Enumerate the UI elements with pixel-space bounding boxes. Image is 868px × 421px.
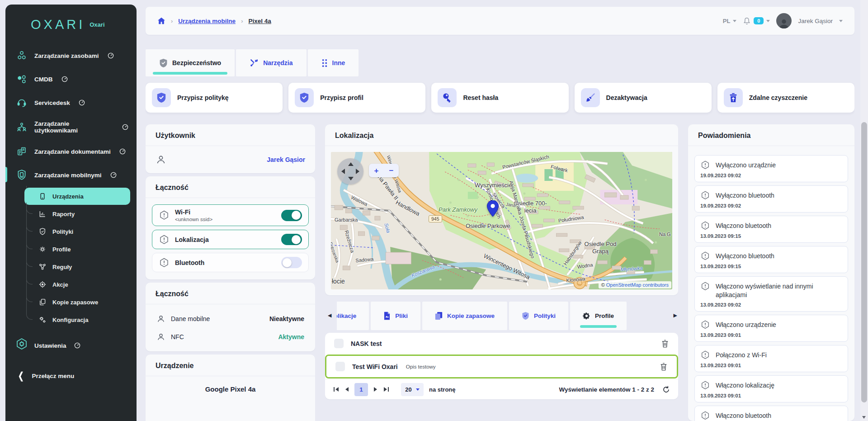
sidebar-item-polityki[interactable]: Polityki — [33, 223, 130, 240]
breadcrumb-current[interactable]: Pixel 4a — [248, 18, 271, 24]
sidebar-item-cmdb[interactable]: CMDB — [5, 67, 137, 91]
sidebar-item-uzytkownicy[interactable]: Zarządzanie użytkownikami — [5, 114, 137, 140]
pan-up-icon[interactable] — [348, 162, 354, 166]
sidebar-collapse-toggle[interactable]: ❮ Przełącz menu — [5, 360, 137, 386]
copy-icon — [38, 298, 47, 307]
notification-date: 19.09.2023 09:02 — [700, 203, 842, 208]
action-label: Przypisz politykę — [177, 94, 229, 101]
profile-description: Opis testowy — [406, 364, 436, 369]
pan-left-icon[interactable] — [341, 169, 345, 174]
avatar[interactable] — [776, 13, 792, 28]
bluetooth-toggle[interactable] — [281, 257, 302, 268]
wifi-ssid: <unknown ssid> — [175, 217, 212, 222]
sidebar-item-zasoby[interactable]: Zarządzanie zasobami — [5, 44, 137, 67]
home-icon[interactable] — [157, 17, 165, 24]
location-row: Lokalizacja — [152, 230, 309, 249]
page-number[interactable]: 1 — [354, 383, 368, 396]
notification-item: Włączono wyświetlanie nad innymi aplikac… — [694, 276, 848, 312]
detail-tabs-strip: Aplikacje Pliki Kopie zapa — [337, 302, 666, 330]
assign-policy-button[interactable]: Przypisz politykę — [146, 83, 283, 113]
notifications-panel: Powiadomienia Wyłączono urządznie 19.09.… — [688, 124, 854, 421]
delete-button[interactable] — [661, 339, 669, 348]
sidebar-item-profile[interactable]: Profile — [33, 241, 130, 258]
scrollbar-down-icon[interactable] — [862, 416, 866, 419]
sidebar-item-raporty[interactable]: Raporty — [33, 205, 130, 222]
prev-page-button[interactable] — [344, 387, 349, 392]
breadcrumb-separator-icon: › — [241, 18, 243, 24]
refresh-button[interactable] — [662, 386, 670, 393]
headset-icon — [15, 97, 28, 109]
notification-text: Włączono wyświetlanie nad innymi aplikac… — [716, 281, 842, 299]
tab-polityki[interactable]: Polityki — [509, 302, 568, 330]
route-badge: 945 — [429, 215, 442, 222]
last-page-button[interactable] — [383, 387, 389, 392]
hexagon-alert-icon — [700, 221, 710, 231]
breadcrumb-devices-link[interactable]: Urządzenia mobilne — [178, 18, 236, 24]
map-canvas[interactable]: Wyszymieście Park Zamkowy Handlowa Wince… — [331, 152, 672, 289]
zoom-in-button[interactable]: + — [374, 167, 379, 175]
sidebar-item-label: Reguły — [52, 264, 72, 270]
sidebar-submenu: Urządzenia Raporty Polityki Profile Regu… — [33, 188, 130, 328]
row-checkbox[interactable] — [335, 362, 345, 371]
action-label: Reset hasła — [463, 94, 498, 101]
sidebar-item-konfiguracja[interactable]: Konfiguracja — [33, 311, 130, 328]
tab-profile[interactable]: Profile — [570, 302, 627, 330]
tab-narzedzia[interactable]: Narzędzia — [236, 49, 306, 76]
list-item[interactable]: Test WiFi Oxari Opis testowy — [326, 356, 677, 377]
connectivity-status-card: Łączność Dane mobilne Nieaktywne NFC — [146, 283, 315, 351]
list-item[interactable]: NASK test — [325, 333, 678, 354]
attribution-link[interactable]: OpenStreetMap contributors — [606, 282, 669, 288]
wifi-toggle[interactable] — [281, 210, 302, 221]
notification-date: 13.09.2023 09:02 — [700, 302, 842, 307]
user-menu[interactable]: Jarek Gąsior — [798, 18, 833, 24]
tab-inne[interactable]: Inne — [308, 49, 359, 76]
tabs-scroll-right-icon[interactable]: ▶ — [674, 312, 677, 318]
remote-wipe-button[interactable]: Zdalne czyszczenie — [717, 83, 854, 113]
location-toggle[interactable] — [281, 234, 302, 245]
notification-text: Włączono lokalizację — [716, 380, 774, 390]
deactivate-button[interactable]: Dezaktywacja — [575, 83, 712, 113]
tab-aplikacje[interactable]: Aplikacje — [337, 302, 369, 330]
notification-text: Wyłączono urządznie — [716, 160, 776, 170]
sidebar-item-reguly[interactable]: Reguły — [33, 258, 130, 275]
sidebar-item-kopie[interactable]: Kopie zapasowe — [33, 293, 130, 311]
sidebar-item-ustawienia[interactable]: Ustawienia — [5, 331, 137, 360]
action-label: Zdalne czyszczenie — [749, 94, 807, 101]
sidebar-item-urzadzenia[interactable]: Urządzenia — [24, 188, 130, 205]
brand-suffix: Oxari — [90, 21, 104, 28]
first-page-button[interactable] — [333, 387, 339, 392]
hexagon-alert-icon — [700, 160, 710, 170]
bell-icon — [743, 17, 751, 25]
gear-hexagon-icon — [14, 337, 29, 354]
sidebar-item-dokumenty[interactable]: Zarządzanie dokumentami — [5, 140, 137, 163]
notifications-bell[interactable]: 0 — [743, 17, 770, 25]
tab-kopie-zapasowe[interactable]: Kopie zapasowe — [422, 302, 507, 330]
next-page-button[interactable] — [373, 387, 378, 392]
sidebar-item-servicedesk[interactable]: Servicedesk — [5, 91, 137, 114]
page-size-select[interactable]: 20 — [401, 383, 424, 396]
sidebar-item-akcje[interactable]: Akcje — [33, 276, 130, 293]
brand[interactable]: OXARI Oxari — [5, 5, 137, 44]
tabs-scroll-left-icon[interactable]: ◀ — [328, 312, 331, 318]
scrollbar-thumb[interactable] — [861, 122, 867, 402]
tab-pliki[interactable]: Pliki — [371, 302, 420, 330]
notification-text: Połączono z Wi-Fi — [716, 350, 767, 360]
chevron-down-icon[interactable] — [839, 20, 843, 22]
device-card: Urządzenie Google Pixel 4a — [146, 355, 315, 421]
user-link[interactable]: Jarek Gąsior — [267, 156, 305, 163]
zoom-out-button[interactable]: − — [389, 167, 394, 175]
map-pan-control[interactable] — [337, 158, 363, 184]
language-selector[interactable]: PL — [723, 18, 737, 24]
gear-icon — [38, 245, 47, 254]
tab-label: Bezpieczeństwo — [172, 59, 221, 66]
delete-button[interactable] — [660, 362, 668, 371]
sidebar-item-label: Ustawienia — [34, 342, 66, 349]
row-checkbox[interactable] — [334, 339, 344, 348]
pan-right-icon[interactable] — [356, 169, 359, 174]
tab-bezpieczenstwo[interactable]: Bezpieczeństwo — [146, 49, 235, 76]
reset-password-button[interactable]: Reset hasła — [431, 83, 568, 113]
sidebar-item-mobilne[interactable]: Zarządzanie mobilnymi — [5, 163, 137, 187]
brand-logo: OXARI — [31, 17, 85, 32]
assign-profile-button[interactable]: Przypisz profil — [288, 83, 425, 113]
pan-down-icon[interactable] — [348, 177, 354, 180]
